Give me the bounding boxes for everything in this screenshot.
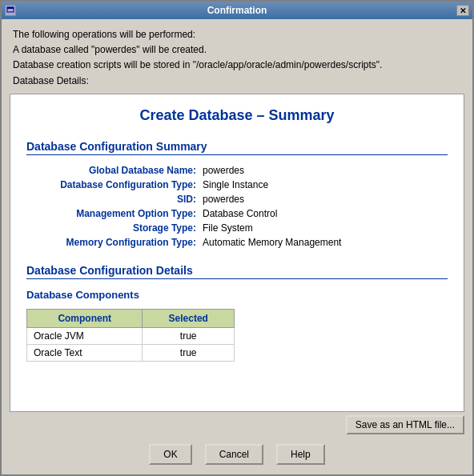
table-row-1: Oracle Text true bbox=[27, 344, 235, 361]
config-label-0: Global Database Name: bbox=[26, 165, 203, 176]
config-value-3: Database Control bbox=[203, 208, 277, 219]
config-table: Global Database Name: powerdes Database … bbox=[26, 165, 448, 248]
dialog-window: Confirmation ✕ The following operations … bbox=[0, 0, 474, 476]
col-header-selected: Selected bbox=[143, 309, 235, 327]
config-value-5: Automatic Memory Management bbox=[203, 237, 341, 248]
config-row-3: Management Option Type: Database Control bbox=[26, 208, 448, 219]
config-label-5: Memory Configuration Type: bbox=[26, 237, 203, 248]
config-row-4: Storage Type: File System bbox=[26, 222, 448, 234]
table-cell-component-1: Oracle Text bbox=[27, 344, 143, 361]
scroll-content: Create Database – Summary Database Confi… bbox=[10, 94, 464, 378]
config-label-3: Management Option Type: bbox=[26, 208, 203, 219]
info-section: The following operations will be perform… bbox=[2, 19, 472, 94]
config-label-4: Storage Type: bbox=[26, 222, 203, 234]
table-cell-selected-0: true bbox=[143, 327, 235, 344]
window-icon bbox=[5, 5, 16, 16]
button-row: OK Cancel Help bbox=[2, 438, 472, 474]
config-label-1: Database Configuration Type: bbox=[26, 179, 203, 190]
titlebar-title: Confirmation bbox=[207, 5, 267, 16]
col-header-component: Component bbox=[27, 309, 143, 327]
info-line4: Database Details: bbox=[13, 74, 461, 89]
content-scroll-area[interactable]: Create Database – Summary Database Confi… bbox=[10, 94, 464, 412]
cancel-button[interactable]: Cancel bbox=[205, 444, 263, 465]
config-value-0: powerdes bbox=[203, 165, 244, 176]
info-line1: The following operations will be perform… bbox=[13, 27, 461, 42]
table-cell-selected-1: true bbox=[143, 344, 235, 361]
config-row-2: SID: powerdes bbox=[26, 194, 448, 205]
config-row-0: Global Database Name: powerdes bbox=[26, 165, 448, 176]
config-value-4: File System bbox=[203, 222, 253, 234]
save-html-button[interactable]: Save as an HTML file... bbox=[346, 415, 464, 434]
section2-heading: Database Configuration Details bbox=[26, 264, 448, 279]
info-line3: Database creation scripts will be stored… bbox=[13, 58, 461, 73]
config-value-1: Single Instance bbox=[203, 179, 268, 190]
close-button[interactable]: ✕ bbox=[456, 5, 469, 16]
config-value-2: powerdes bbox=[203, 194, 244, 205]
components-table: Component Selected Oracle JVM true Oracl… bbox=[26, 309, 235, 362]
svg-rect-1 bbox=[7, 7, 14, 9]
section1-heading: Database Configuration Summary bbox=[26, 140, 448, 155]
section2-sub: Database Components bbox=[26, 289, 448, 301]
ok-button[interactable]: OK bbox=[149, 444, 191, 465]
save-button-area: Save as an HTML file... bbox=[2, 412, 472, 438]
help-button[interactable]: Help bbox=[276, 444, 325, 465]
table-row-0: Oracle JVM true bbox=[27, 327, 235, 344]
page-title: Create Database – Summary bbox=[26, 107, 448, 127]
config-label-2: SID: bbox=[26, 194, 203, 205]
titlebar-left bbox=[5, 5, 16, 16]
info-line2: A database called "powerdes" will be cre… bbox=[13, 42, 461, 58]
table-cell-component-0: Oracle JVM bbox=[27, 327, 143, 344]
config-row-5: Memory Configuration Type: Automatic Mem… bbox=[26, 237, 448, 248]
titlebar: Confirmation ✕ bbox=[2, 2, 472, 19]
config-row-1: Database Configuration Type: Single Inst… bbox=[26, 179, 448, 190]
